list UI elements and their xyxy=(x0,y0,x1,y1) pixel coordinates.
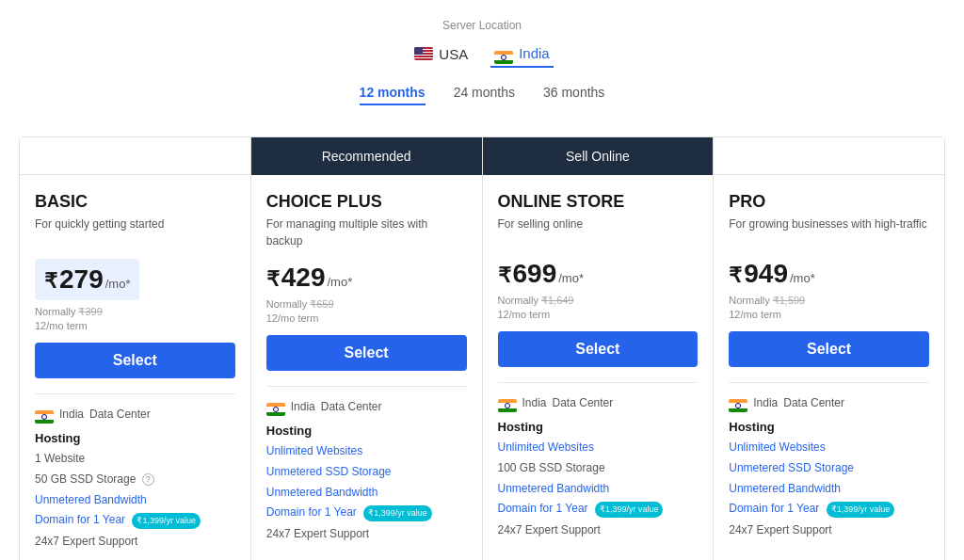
plan-online-store-feature-4: 24x7 Expert Support xyxy=(498,522,699,538)
plan-online-store-value-badge: ₹1,399/yr value xyxy=(595,502,664,518)
plan-pro-select-button[interactable]: Select xyxy=(729,331,929,367)
plan-choice-plus-amount: 429 xyxy=(281,263,326,293)
plan-pro-india-flag xyxy=(729,392,747,412)
plan-online-store-india-flag xyxy=(498,392,517,412)
plan-choice-plus-value-badge: ₹1,399/yr value xyxy=(363,505,432,521)
plan-pro-feature-0[interactable]: Unlimited Websites xyxy=(729,440,929,456)
plan-basic-badge xyxy=(20,137,250,175)
plan-online-store-amount: 699 xyxy=(513,259,557,289)
plan-choice-plus-currency: ₹ xyxy=(266,267,280,292)
plan-basic-value-badge: ₹1,399/yr value xyxy=(132,513,201,529)
plan-choice-plus: Recommended CHOICE PLUS For managing mul… xyxy=(251,137,483,560)
plan-choice-plus-feature-4: 24x7 Expert Support xyxy=(266,526,467,542)
plan-pro-desc: For growing businesses with high-traffic xyxy=(729,216,929,246)
india-flag-icon xyxy=(494,41,513,64)
plan-choice-plus-hosting: Hosting xyxy=(266,424,467,438)
plan-online-store-select-button[interactable]: Select xyxy=(498,331,699,367)
plan-pro-currency: ₹ xyxy=(729,264,742,288)
plan-basic-feature-4: 24x7 Expert Support xyxy=(35,534,235,550)
plan-basic-desc: For quickly getting started xyxy=(35,216,235,246)
plan-online-store-term: 12/mo term xyxy=(498,309,699,320)
plan-basic-term: 12/mo term xyxy=(35,320,235,331)
plan-online-store-period: /mo* xyxy=(558,271,584,285)
plan-pro-amount: 949 xyxy=(744,259,788,289)
plan-choice-plus-feature-2[interactable]: Unmetered Bandwidth xyxy=(266,485,467,501)
plan-online-store-feature-1: 100 GB SSD Storage xyxy=(498,460,699,476)
plan-basic: BASIC For quickly getting started ₹ 279 … xyxy=(20,137,251,560)
plan-online-store-currency: ₹ xyxy=(498,264,511,288)
plan-choice-plus-normally: Normally ₹659 xyxy=(266,298,467,311)
plan-basic-india-flag xyxy=(35,404,54,424)
plan-online-store-normally: Normally ₹1,649 xyxy=(498,295,699,307)
plan-pro-datacenter: India Data Center xyxy=(729,392,929,412)
plan-basic-name: BASIC xyxy=(35,192,235,212)
plan-pro-name: PRO xyxy=(729,192,929,212)
plan-choice-plus-desc: For managing multiple sites with backup xyxy=(266,216,467,249)
plan-pro-hosting: Hosting xyxy=(729,420,929,434)
plan-online-store-feature-2[interactable]: Unmetered Bandwidth xyxy=(498,481,699,497)
plan-basic-datacenter: India Data Center xyxy=(35,404,235,424)
plan-online-store-feature-0[interactable]: Unlimited Websites xyxy=(498,440,699,456)
plan-basic-price-box: ₹ 279 /mo* xyxy=(35,259,139,300)
duration-36[interactable]: 36 months xyxy=(543,81,604,105)
plan-choice-plus-select-button[interactable]: Select xyxy=(266,335,467,371)
plan-online-store: Sell Online ONLINE STORE For selling onl… xyxy=(483,137,715,560)
plan-basic-hosting: Hosting xyxy=(35,431,235,445)
plan-online-store-name: ONLINE STORE xyxy=(498,192,699,212)
duration-12[interactable]: 12 months xyxy=(360,81,426,105)
location-india[interactable]: India xyxy=(490,40,554,68)
plan-online-store-feature-3[interactable]: Domain for 1 Year ₹1,399/yr value xyxy=(498,501,699,517)
plan-pro: PRO For growing businesses with high-tra… xyxy=(714,137,944,560)
location-usa[interactable]: USA xyxy=(410,40,472,68)
plan-pro-feature-2[interactable]: Unmetered Bandwidth xyxy=(729,481,929,497)
plan-choice-plus-india-flag xyxy=(266,396,285,416)
plan-pro-term: 12/mo term xyxy=(729,309,929,320)
location-tabs: USA India xyxy=(0,40,964,68)
plan-pro-value-badge: ₹1,399/yr value xyxy=(827,502,895,518)
plan-online-store-desc: For selling online xyxy=(498,216,699,246)
plan-choice-plus-price-box: ₹ 429 /mo* xyxy=(266,263,352,293)
plan-pro-feature-4: 24x7 Expert Support xyxy=(729,522,929,538)
plan-online-store-hosting: Hosting xyxy=(498,420,699,434)
plan-basic-amount: 279 xyxy=(59,264,104,295)
plan-basic-feature-2[interactable]: Unmetered Bandwidth xyxy=(35,492,235,508)
plan-choice-plus-badge: Recommended xyxy=(251,137,482,175)
server-location-label: Server Location xyxy=(0,19,964,32)
plan-online-store-datacenter: India Data Center xyxy=(498,392,699,412)
plan-choice-plus-feature-1[interactable]: Unmetered SSD Storage xyxy=(266,464,467,480)
plan-pro-period: /mo* xyxy=(790,271,815,285)
plan-pro-price-box: ₹ 949 /mo* xyxy=(729,259,814,289)
plan-basic-feature-3[interactable]: Domain for 1 Year ₹1,399/yr value xyxy=(35,512,235,528)
plan-online-store-badge: Sell Online xyxy=(483,137,714,175)
plan-choice-plus-datacenter: India Data Center xyxy=(266,396,467,416)
usa-flag-icon xyxy=(414,47,433,60)
plan-basic-select-button[interactable]: Select xyxy=(35,343,235,378)
plan-pro-normally: Normally ₹1,599 xyxy=(729,295,929,307)
usa-label: USA xyxy=(439,46,468,62)
plan-basic-period: /mo* xyxy=(105,277,131,291)
plan-choice-plus-term: 12/mo term xyxy=(266,312,467,324)
plan-choice-plus-feature-3[interactable]: Domain for 1 Year ₹1,399/yr value xyxy=(266,504,467,520)
plans-container: BASIC For quickly getting started ₹ 279 … xyxy=(19,136,945,560)
india-label: India xyxy=(519,45,550,61)
plan-choice-plus-period: /mo* xyxy=(327,275,352,289)
plan-basic-normally: Normally ₹399 xyxy=(35,306,235,318)
plan-online-store-price-box: ₹ 699 /mo* xyxy=(498,259,584,289)
plan-choice-plus-feature-0[interactable]: Unlimited Websites xyxy=(266,443,467,459)
plan-pro-feature-1[interactable]: Unmetered SSD Storage xyxy=(729,460,929,476)
duration-tabs: 12 months 24 months 36 months xyxy=(0,81,964,105)
info-icon: ? xyxy=(142,473,154,486)
plan-basic-feature-1: 50 GB SSD Storage ? xyxy=(35,472,235,488)
duration-24[interactable]: 24 months xyxy=(454,81,515,105)
plan-basic-currency: ₹ xyxy=(44,269,57,294)
plan-pro-feature-3[interactable]: Domain for 1 Year ₹1,399/yr value xyxy=(729,501,929,517)
plan-choice-plus-name: CHOICE PLUS xyxy=(266,192,467,212)
plan-pro-badge xyxy=(714,137,944,175)
plan-basic-feature-0: 1 Website xyxy=(35,451,235,467)
